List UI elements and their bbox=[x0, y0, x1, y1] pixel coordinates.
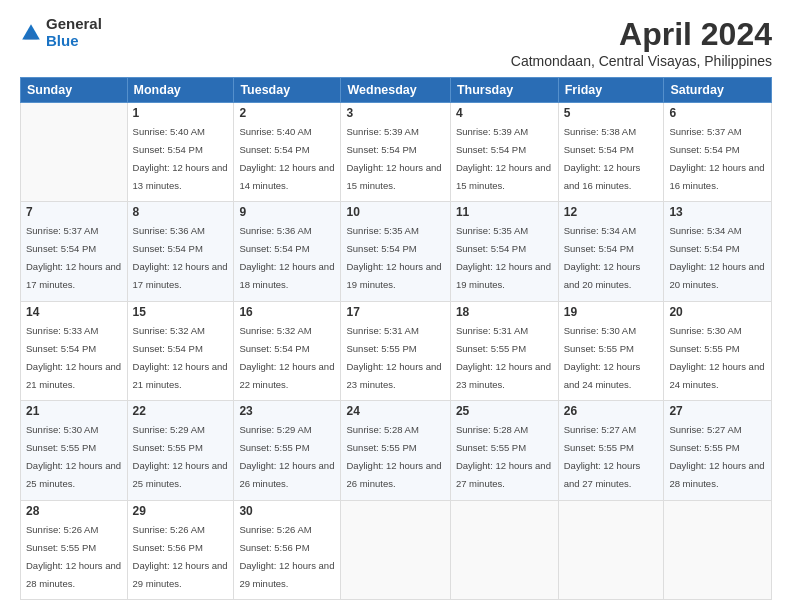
day-info: Sunrise: 5:37 AMSunset: 5:54 PMDaylight:… bbox=[669, 126, 764, 191]
calendar-cell: 5 Sunrise: 5:38 AMSunset: 5:54 PMDayligh… bbox=[558, 103, 664, 202]
day-number: 30 bbox=[239, 504, 335, 518]
month-title: April 2024 bbox=[511, 16, 772, 53]
calendar-table: Sunday Monday Tuesday Wednesday Thursday… bbox=[20, 77, 772, 600]
calendar-cell: 29 Sunrise: 5:26 AMSunset: 5:56 PMDaylig… bbox=[127, 500, 234, 599]
day-info: Sunrise: 5:32 AMSunset: 5:54 PMDaylight:… bbox=[239, 325, 334, 390]
calendar-cell bbox=[341, 500, 450, 599]
calendar-cell: 28 Sunrise: 5:26 AMSunset: 5:55 PMDaylig… bbox=[21, 500, 128, 599]
day-info: Sunrise: 5:38 AMSunset: 5:54 PMDaylight:… bbox=[564, 126, 641, 191]
day-number: 19 bbox=[564, 305, 659, 319]
day-number: 22 bbox=[133, 404, 229, 418]
day-number: 29 bbox=[133, 504, 229, 518]
day-number: 2 bbox=[239, 106, 335, 120]
calendar-cell: 4 Sunrise: 5:39 AMSunset: 5:54 PMDayligh… bbox=[450, 103, 558, 202]
day-info: Sunrise: 5:40 AMSunset: 5:54 PMDaylight:… bbox=[239, 126, 334, 191]
day-info: Sunrise: 5:28 AMSunset: 5:55 PMDaylight:… bbox=[456, 424, 551, 489]
week-row-3: 14 Sunrise: 5:33 AMSunset: 5:54 PMDaylig… bbox=[21, 301, 772, 400]
day-number: 6 bbox=[669, 106, 766, 120]
calendar-cell: 9 Sunrise: 5:36 AMSunset: 5:54 PMDayligh… bbox=[234, 202, 341, 301]
day-info: Sunrise: 5:32 AMSunset: 5:54 PMDaylight:… bbox=[133, 325, 228, 390]
day-number: 10 bbox=[346, 205, 444, 219]
day-number: 3 bbox=[346, 106, 444, 120]
logo: General Blue bbox=[20, 16, 102, 49]
day-number: 17 bbox=[346, 305, 444, 319]
calendar-cell: 2 Sunrise: 5:40 AMSunset: 5:54 PMDayligh… bbox=[234, 103, 341, 202]
calendar-cell: 12 Sunrise: 5:34 AMSunset: 5:54 PMDaylig… bbox=[558, 202, 664, 301]
day-info: Sunrise: 5:36 AMSunset: 5:54 PMDaylight:… bbox=[133, 225, 228, 290]
calendar-cell bbox=[558, 500, 664, 599]
calendar-cell: 3 Sunrise: 5:39 AMSunset: 5:54 PMDayligh… bbox=[341, 103, 450, 202]
title-area: April 2024 Catmondaan, Central Visayas, … bbox=[511, 16, 772, 69]
day-number: 20 bbox=[669, 305, 766, 319]
header-row: Sunday Monday Tuesday Wednesday Thursday… bbox=[21, 78, 772, 103]
day-info: Sunrise: 5:30 AMSunset: 5:55 PMDaylight:… bbox=[26, 424, 121, 489]
day-info: Sunrise: 5:26 AMSunset: 5:55 PMDaylight:… bbox=[26, 524, 121, 589]
col-wednesday: Wednesday bbox=[341, 78, 450, 103]
day-number: 15 bbox=[133, 305, 229, 319]
day-number: 25 bbox=[456, 404, 553, 418]
day-info: Sunrise: 5:29 AMSunset: 5:55 PMDaylight:… bbox=[133, 424, 228, 489]
col-monday: Monday bbox=[127, 78, 234, 103]
day-number: 8 bbox=[133, 205, 229, 219]
day-info: Sunrise: 5:39 AMSunset: 5:54 PMDaylight:… bbox=[456, 126, 551, 191]
day-info: Sunrise: 5:28 AMSunset: 5:55 PMDaylight:… bbox=[346, 424, 441, 489]
day-info: Sunrise: 5:40 AMSunset: 5:54 PMDaylight:… bbox=[133, 126, 228, 191]
calendar-cell: 17 Sunrise: 5:31 AMSunset: 5:55 PMDaylig… bbox=[341, 301, 450, 400]
calendar-cell: 8 Sunrise: 5:36 AMSunset: 5:54 PMDayligh… bbox=[127, 202, 234, 301]
calendar-cell: 30 Sunrise: 5:26 AMSunset: 5:56 PMDaylig… bbox=[234, 500, 341, 599]
calendar-cell bbox=[664, 500, 772, 599]
day-number: 14 bbox=[26, 305, 122, 319]
day-info: Sunrise: 5:39 AMSunset: 5:54 PMDaylight:… bbox=[346, 126, 441, 191]
day-number: 12 bbox=[564, 205, 659, 219]
logo-blue: Blue bbox=[46, 33, 102, 50]
week-row-1: 1 Sunrise: 5:40 AMSunset: 5:54 PMDayligh… bbox=[21, 103, 772, 202]
day-number: 13 bbox=[669, 205, 766, 219]
week-row-2: 7 Sunrise: 5:37 AMSunset: 5:54 PMDayligh… bbox=[21, 202, 772, 301]
day-number: 27 bbox=[669, 404, 766, 418]
logo-text: General Blue bbox=[46, 16, 102, 49]
calendar-cell: 27 Sunrise: 5:27 AMSunset: 5:55 PMDaylig… bbox=[664, 401, 772, 500]
day-number: 9 bbox=[239, 205, 335, 219]
day-number: 24 bbox=[346, 404, 444, 418]
day-number: 5 bbox=[564, 106, 659, 120]
header: General Blue April 2024 Catmondaan, Cent… bbox=[20, 16, 772, 69]
col-saturday: Saturday bbox=[664, 78, 772, 103]
calendar-cell: 26 Sunrise: 5:27 AMSunset: 5:55 PMDaylig… bbox=[558, 401, 664, 500]
day-info: Sunrise: 5:26 AMSunset: 5:56 PMDaylight:… bbox=[133, 524, 228, 589]
calendar-cell: 14 Sunrise: 5:33 AMSunset: 5:54 PMDaylig… bbox=[21, 301, 128, 400]
day-number: 4 bbox=[456, 106, 553, 120]
day-info: Sunrise: 5:36 AMSunset: 5:54 PMDaylight:… bbox=[239, 225, 334, 290]
calendar-cell: 10 Sunrise: 5:35 AMSunset: 5:54 PMDaylig… bbox=[341, 202, 450, 301]
day-info: Sunrise: 5:37 AMSunset: 5:54 PMDaylight:… bbox=[26, 225, 121, 290]
day-info: Sunrise: 5:26 AMSunset: 5:56 PMDaylight:… bbox=[239, 524, 334, 589]
day-number: 1 bbox=[133, 106, 229, 120]
week-row-5: 28 Sunrise: 5:26 AMSunset: 5:55 PMDaylig… bbox=[21, 500, 772, 599]
week-row-4: 21 Sunrise: 5:30 AMSunset: 5:55 PMDaylig… bbox=[21, 401, 772, 500]
day-number: 21 bbox=[26, 404, 122, 418]
calendar-cell: 25 Sunrise: 5:28 AMSunset: 5:55 PMDaylig… bbox=[450, 401, 558, 500]
day-info: Sunrise: 5:34 AMSunset: 5:54 PMDaylight:… bbox=[669, 225, 764, 290]
day-number: 26 bbox=[564, 404, 659, 418]
calendar-cell: 21 Sunrise: 5:30 AMSunset: 5:55 PMDaylig… bbox=[21, 401, 128, 500]
calendar-cell: 19 Sunrise: 5:30 AMSunset: 5:55 PMDaylig… bbox=[558, 301, 664, 400]
col-tuesday: Tuesday bbox=[234, 78, 341, 103]
calendar-cell: 13 Sunrise: 5:34 AMSunset: 5:54 PMDaylig… bbox=[664, 202, 772, 301]
day-info: Sunrise: 5:31 AMSunset: 5:55 PMDaylight:… bbox=[346, 325, 441, 390]
day-number: 18 bbox=[456, 305, 553, 319]
day-info: Sunrise: 5:29 AMSunset: 5:55 PMDaylight:… bbox=[239, 424, 334, 489]
col-sunday: Sunday bbox=[21, 78, 128, 103]
calendar-cell: 6 Sunrise: 5:37 AMSunset: 5:54 PMDayligh… bbox=[664, 103, 772, 202]
day-info: Sunrise: 5:35 AMSunset: 5:54 PMDaylight:… bbox=[456, 225, 551, 290]
day-info: Sunrise: 5:33 AMSunset: 5:54 PMDaylight:… bbox=[26, 325, 121, 390]
logo-icon bbox=[20, 22, 42, 44]
day-info: Sunrise: 5:34 AMSunset: 5:54 PMDaylight:… bbox=[564, 225, 641, 290]
calendar-cell: 11 Sunrise: 5:35 AMSunset: 5:54 PMDaylig… bbox=[450, 202, 558, 301]
day-number: 28 bbox=[26, 504, 122, 518]
day-info: Sunrise: 5:27 AMSunset: 5:55 PMDaylight:… bbox=[564, 424, 641, 489]
day-info: Sunrise: 5:30 AMSunset: 5:55 PMDaylight:… bbox=[669, 325, 764, 390]
day-info: Sunrise: 5:30 AMSunset: 5:55 PMDaylight:… bbox=[564, 325, 641, 390]
day-number: 11 bbox=[456, 205, 553, 219]
logo-general: General bbox=[46, 16, 102, 33]
calendar-cell: 15 Sunrise: 5:32 AMSunset: 5:54 PMDaylig… bbox=[127, 301, 234, 400]
calendar-cell bbox=[21, 103, 128, 202]
